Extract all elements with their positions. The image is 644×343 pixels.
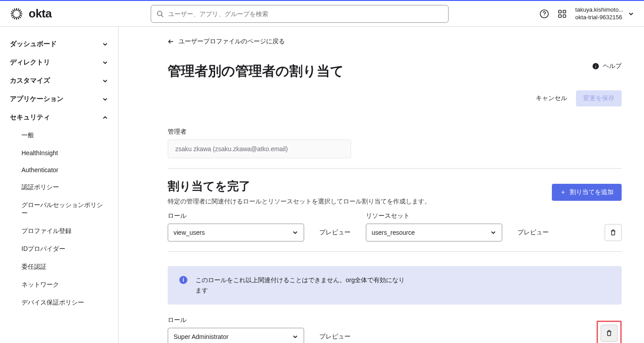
logo[interactable]: okta — [10, 7, 51, 21]
resource-label: リソースセット — [366, 212, 502, 220]
info-text: このロールをこれ以上関連付けることはできません。org全体で有効になります — [195, 275, 406, 296]
main-content: ユーザープロファイルのページに戻る 管理者別の管理者の割り当て i ヘルプ キャ… — [119, 27, 644, 343]
svg-point-16 — [157, 11, 162, 16]
svg-line-15 — [18, 8, 19, 11]
user-text: takuya.kishimoto... okta-trial-9632156 — [575, 6, 623, 21]
sidebar-sub-general[interactable]: 一般 — [0, 127, 118, 144]
sidebar-item-label: アプリケーション — [10, 95, 64, 103]
complete-description: 特定の管理者に関連付けるロールとリソースセットを選択してロール割り当てを作成しま… — [168, 198, 431, 206]
logo-icon — [10, 7, 23, 21]
chevron-down-icon — [102, 78, 108, 84]
org-name: okta-trial-9632156 — [575, 14, 623, 21]
logo-text: okta — [29, 7, 51, 21]
admin-label: 管理者 — [168, 128, 622, 136]
page-title: 管理者別の管理者の割り当て — [168, 62, 344, 80]
svg-line-12 — [14, 8, 15, 11]
sidebar-sub-global-session[interactable]: グローバルセッションポリシー — [0, 196, 118, 222]
sidebar-item-label: セキュリティ — [10, 113, 50, 122]
chevron-down-icon — [628, 11, 634, 17]
back-link[interactable]: ユーザープロファイルのページに戻る — [168, 38, 285, 46]
chevron-down-icon — [490, 229, 496, 236]
sidebar-item-dashboard[interactable]: ダッシュボード — [0, 35, 118, 53]
svg-line-4 — [13, 9, 14, 11]
help-link[interactable]: i ヘルプ — [592, 62, 622, 70]
sidebar: ダッシュボード ディレクトリ カスタマイズ アプリケーション セキュリティ 一般… — [0, 27, 119, 343]
plus-icon: ＋ — [560, 188, 566, 196]
trash-icon — [606, 330, 613, 337]
sidebar-item-label: カスタマイズ — [10, 76, 50, 85]
svg-rect-20 — [559, 10, 561, 13]
sidebar-item-applications[interactable]: アプリケーション — [0, 90, 118, 108]
user-name: takuya.kishimoto... — [575, 6, 623, 13]
sidebar-sub-authn-policy[interactable]: 認証ポリシー — [0, 178, 118, 196]
chevron-down-icon — [102, 41, 108, 47]
search-input[interactable] — [168, 10, 443, 17]
search-input-container[interactable] — [151, 5, 449, 23]
role-label: ロール — [168, 316, 304, 324]
sidebar-item-label: ディレクトリ — [10, 58, 50, 67]
resource-select[interactable]: users_resource — [366, 224, 502, 241]
resource-value: users_resource — [372, 229, 415, 236]
help-label: ヘルプ — [603, 62, 622, 70]
sidebar-sub-id-providers[interactable]: IDプロバイダー — [0, 240, 118, 258]
sidebar-item-customize[interactable]: カスタマイズ — [0, 72, 118, 90]
svg-line-13 — [18, 17, 19, 19]
delete-row-button[interactable] — [605, 224, 622, 241]
sidebar-sub-device-assurance[interactable]: デバイス保証ポリシー — [0, 294, 118, 312]
chevron-up-icon — [102, 114, 108, 121]
info-icon: i — [592, 63, 599, 70]
back-link-text: ユーザープロファイルのページに戻る — [178, 38, 285, 46]
help-icon[interactable] — [539, 9, 549, 19]
svg-rect-22 — [559, 15, 561, 17]
sidebar-item-label: ダッシュボード — [10, 40, 57, 48]
role-value: view_users — [174, 229, 205, 236]
role-preview-link-2[interactable]: プレビュー — [319, 333, 351, 343]
topbar: okta takuya.kishimoto... ok — [0, 0, 644, 27]
sidebar-sub-authenticator[interactable]: Authenticator — [0, 161, 118, 178]
svg-line-9 — [20, 15, 22, 16]
chevron-down-icon — [292, 334, 298, 340]
info-banner: i このロールをこれ以上関連付けることはできません。org全体で有効になります — [168, 266, 622, 305]
delete-row-button-highlighted[interactable] — [601, 325, 618, 342]
sidebar-sub-profile-enrollment[interactable]: プロファイル登録 — [0, 222, 118, 240]
user-menu[interactable]: takuya.kishimoto... okta-trial-9632156 — [575, 6, 634, 21]
svg-text:i: i — [595, 64, 596, 69]
svg-line-17 — [161, 15, 163, 17]
role-preview-link[interactable]: プレビュー — [319, 229, 351, 241]
role-value: Super Administrator — [174, 333, 229, 340]
admin-value: zsaku zkawa (zsaku.zkawa@atko.email) — [168, 140, 351, 158]
svg-line-5 — [19, 16, 21, 18]
svg-point-19 — [544, 15, 545, 16]
sidebar-sub-healthinsight[interactable]: HealthInsight — [0, 144, 118, 161]
search-icon — [157, 10, 164, 17]
trash-icon — [610, 229, 617, 236]
arrow-left-icon — [168, 38, 174, 45]
svg-line-6 — [13, 16, 14, 18]
svg-line-7 — [19, 9, 21, 11]
sidebar-sub-network[interactable]: ネットワーク — [0, 276, 118, 294]
svg-line-10 — [11, 15, 14, 16]
complete-title: 割り当てを完了 — [168, 178, 431, 194]
svg-line-8 — [11, 12, 14, 13]
sidebar-item-security[interactable]: セキュリティ — [0, 108, 118, 127]
add-assignment-button[interactable]: ＋ 割り当てを追加 — [552, 184, 622, 201]
svg-line-14 — [14, 17, 15, 19]
chevron-down-icon — [102, 96, 108, 102]
chevron-down-icon — [102, 59, 108, 66]
divider — [168, 168, 622, 169]
role-label: ロール — [168, 212, 304, 220]
chevron-down-icon — [292, 229, 298, 236]
apps-grid-icon[interactable] — [557, 9, 567, 19]
divider — [168, 251, 622, 252]
role-select[interactable]: view_users — [168, 224, 304, 241]
resource-preview-link[interactable]: プレビュー — [517, 229, 549, 241]
sidebar-sub-delegated-auth[interactable]: 委任認証 — [0, 258, 118, 276]
cancel-button[interactable]: キャンセル — [536, 94, 567, 102]
sidebar-item-directory[interactable]: ディレクトリ — [0, 53, 118, 72]
add-button-label: 割り当てを追加 — [570, 188, 614, 196]
svg-rect-21 — [563, 10, 566, 13]
role-select-2[interactable]: Super Administrator — [168, 328, 304, 343]
svg-rect-23 — [563, 15, 566, 17]
svg-line-11 — [20, 12, 22, 13]
topbar-right: takuya.kishimoto... okta-trial-9632156 — [539, 6, 634, 21]
